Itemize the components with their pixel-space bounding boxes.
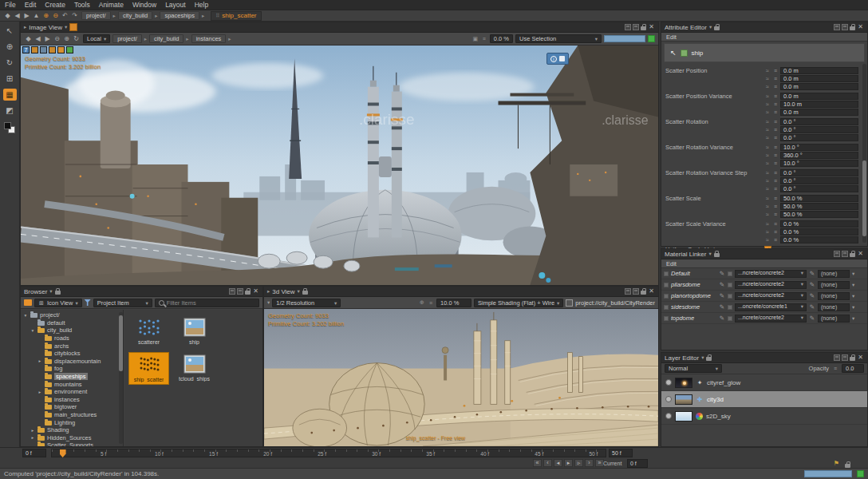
image-view-canvas[interactable]: .clarisse .clarisse 7 Geometry Count: 90… xyxy=(21,46,658,285)
tree-item-roads[interactable]: roads xyxy=(21,335,123,342)
chevron-down-icon[interactable]: ▾ xyxy=(709,24,712,30)
scatter-tool-icon[interactable]: ▦ xyxy=(3,89,17,101)
expand-icon[interactable]: ▸ xyxy=(37,358,42,363)
menu-icon[interactable]: ≡ xyxy=(772,229,779,235)
scrollbar[interactable] xyxy=(862,64,866,243)
tree-item-scatter-supports[interactable]: Scatter_Supports xyxy=(21,441,123,446)
tree-item-lighting[interactable]: Lighting xyxy=(21,418,123,426)
lock-icon[interactable] xyxy=(850,357,855,361)
curve-icon[interactable]: ≈ xyxy=(764,212,771,217)
attribute-value-field[interactable]: 0.0 ° xyxy=(780,126,858,133)
menu-icon[interactable]: ≡ xyxy=(772,68,779,73)
curve-icon[interactable]: ≈ xyxy=(764,186,771,192)
menu-tools[interactable]: Tools xyxy=(74,1,90,9)
rotate-tool-icon[interactable]: ↻ xyxy=(3,57,17,69)
tree-item-environment[interactable]: ▸environment xyxy=(21,388,123,396)
attribute-value-field[interactable]: 0.0 ° xyxy=(780,134,858,141)
histogram-icon[interactable]: ▣ xyxy=(472,36,479,42)
attribute-value-field[interactable]: 0.0 ° xyxy=(780,185,858,192)
breadcrumb-item[interactable]: city_build xyxy=(118,11,152,20)
chevron-down-icon[interactable]: ▾ xyxy=(852,315,854,322)
menu-icon[interactable]: ≡ xyxy=(772,170,779,176)
edit-icon[interactable]: ✎ xyxy=(809,270,815,277)
forward-icon[interactable]: ▶ xyxy=(22,11,31,21)
view-info-badge[interactable]: i xyxy=(546,53,569,65)
curve-icon[interactable]: ≈ xyxy=(764,170,771,176)
split-panel-icon[interactable] xyxy=(237,288,243,295)
attribute-value-field[interactable]: 0.0 m xyxy=(780,75,858,82)
menu-icon[interactable]: ≡ xyxy=(772,76,779,81)
visibility-icon[interactable] xyxy=(665,413,672,419)
breadcrumb-item[interactable]: project/ xyxy=(81,11,111,20)
material-dropdown[interactable]: ...ncrete/concrete2▾ xyxy=(735,270,807,278)
curve-icon[interactable]: ≈ xyxy=(764,229,771,235)
current-frame-field[interactable]: 0 f xyxy=(627,459,648,468)
opacity-field[interactable]: 0.0 xyxy=(842,364,864,373)
lock-icon[interactable] xyxy=(55,291,61,295)
lock-icon[interactable] xyxy=(706,357,712,361)
menu-icon[interactable]: ≡ xyxy=(772,221,779,227)
maximize-panel-icon[interactable] xyxy=(834,24,840,30)
image-view-header[interactable]: ▸ Image View ▾ ✕ xyxy=(21,22,658,33)
shading-variable-field[interactable]: (none) xyxy=(818,270,850,278)
render-icon[interactable] xyxy=(57,46,65,53)
add-icon[interactable]: ⊕ xyxy=(41,11,50,21)
lock-icon[interactable] xyxy=(714,253,720,257)
shading-variable-field[interactable]: (none) xyxy=(818,315,850,323)
layers-icon[interactable] xyxy=(49,46,56,53)
split-panel-icon[interactable] xyxy=(842,354,848,361)
item-filter-dropdown[interactable]: Project Item▾ xyxy=(93,299,152,307)
close-icon[interactable]: ✕ xyxy=(252,288,259,295)
edit-icon[interactable]: ✎ xyxy=(719,303,725,311)
tree-scrollbar[interactable] xyxy=(119,312,123,444)
panel-window-buttons[interactable]: ✕ xyxy=(834,251,864,257)
forward-icon[interactable]: ▶ xyxy=(43,34,52,44)
scrollbar-thumb[interactable] xyxy=(862,160,866,236)
shading-variable-field[interactable]: (none) xyxy=(818,292,850,300)
flag-icon[interactable]: ⚑ xyxy=(834,460,839,467)
attribute-value-field[interactable]: 0.0 ° xyxy=(780,177,858,184)
tree-item-shading[interactable]: ▸Shading xyxy=(21,426,123,434)
lock-icon[interactable] xyxy=(641,291,646,295)
curve-icon[interactable]: ≈ xyxy=(764,160,771,166)
menu-icon[interactable]: ≡ xyxy=(772,212,779,217)
menu-icon[interactable]: ≡ xyxy=(428,300,434,306)
lock-icon[interactable] xyxy=(641,26,646,30)
start-frame-field[interactable]: 0 f xyxy=(22,449,46,457)
curve-icon[interactable]: ≈ xyxy=(764,135,771,141)
attribute-value-field[interactable]: 10.0 ° xyxy=(780,144,858,151)
edit-icon[interactable]: ✎ xyxy=(719,292,725,299)
lock-icon[interactable] xyxy=(850,26,855,30)
crosshair-icon[interactable]: ⊕ xyxy=(419,299,425,306)
menu-icon[interactable]: ≡ xyxy=(832,366,838,371)
mask-tool-icon[interactable]: ◩ xyxy=(3,105,17,117)
material-dropdown[interactable]: ...ncrete/concrete2▾ xyxy=(735,281,807,289)
chevron-down-icon[interactable]: ▾ xyxy=(701,354,704,361)
tree-item-archs[interactable]: archs xyxy=(21,342,123,350)
menu-icon[interactable]: ≡ xyxy=(772,119,779,125)
close-icon[interactable]: ✕ xyxy=(648,24,655,30)
breadcrumb-item[interactable]: project/ xyxy=(112,34,142,43)
go-to-start-icon[interactable]: « xyxy=(533,459,542,467)
attribute-value-field[interactable]: 0.0 m xyxy=(780,67,858,74)
material-dropdown[interactable]: ...ncrete/concrete2▾ xyxy=(735,292,807,300)
maximize-panel-icon[interactable] xyxy=(625,24,631,30)
edit-icon[interactable]: ✎ xyxy=(809,292,815,299)
menu-icon[interactable]: ≡ xyxy=(772,204,779,209)
lock-icon[interactable] xyxy=(302,291,308,295)
tree-item-mountains[interactable]: mountains xyxy=(21,380,123,388)
search-input[interactable]: Filter Items xyxy=(155,299,259,307)
panel-menu-icon[interactable]: ▸ xyxy=(267,288,270,295)
menu-icon[interactable]: ≡ xyxy=(772,135,779,141)
maximize-panel-icon[interactable] xyxy=(625,288,631,295)
material-linker-header[interactable]: Material Linker ▾ ✕ xyxy=(661,249,867,259)
close-icon[interactable]: ✕ xyxy=(857,251,864,257)
view3d-header[interactable]: ▸ 3d View ▾ ✕ xyxy=(264,287,658,297)
curve-icon[interactable]: ≈ xyxy=(764,119,771,125)
material-row[interactable]: topdome✎...ncrete/concrete2▾✎(none)▾ xyxy=(661,313,867,324)
tree-item-instances[interactable]: instances xyxy=(21,396,123,404)
blend-mode-dropdown[interactable]: Normal▾ xyxy=(665,364,722,373)
edit-icon[interactable]: ✎ xyxy=(809,281,815,288)
pin-icon[interactable]: ◆ xyxy=(24,34,33,44)
edit-icon[interactable]: ✎ xyxy=(809,315,815,322)
